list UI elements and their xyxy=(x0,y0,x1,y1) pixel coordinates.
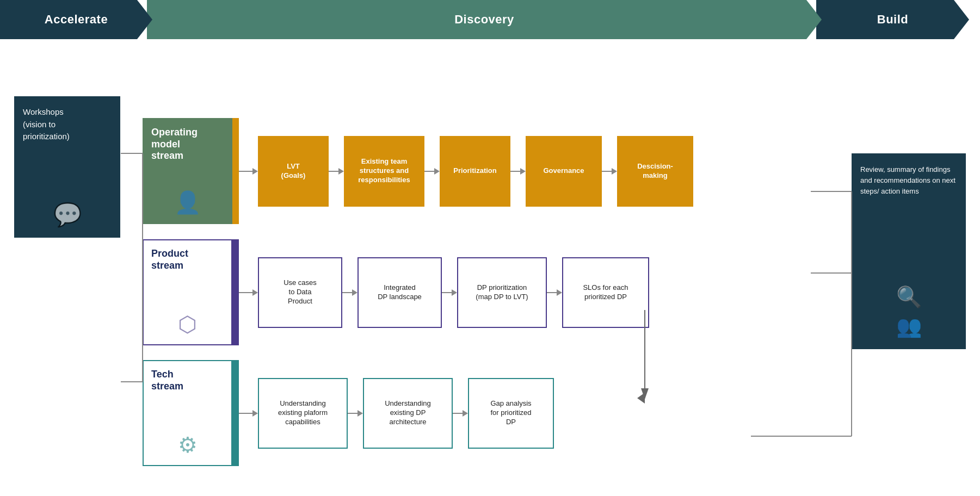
op-arrow-4 xyxy=(602,136,617,207)
discovery-label: Discovery xyxy=(454,13,514,27)
op-arrow-3 xyxy=(510,136,526,207)
discovery-phase: Discovery xyxy=(147,0,822,39)
tech-box-gap: Gap analysisfor prioritizedDP xyxy=(468,378,554,449)
tech-arrow-2 xyxy=(453,378,468,449)
right-people-icon: 👥 xyxy=(896,314,922,338)
tech-box-platform: Understandingexisting plaformcapabilitie… xyxy=(258,378,348,449)
op-box-lvt: LVT(Goals) xyxy=(258,136,329,207)
product-stream-row: Productstream ⬡ Use casesto DataProduct … xyxy=(143,239,649,345)
right-summary-box: Review, summary of findings and recommen… xyxy=(852,153,966,349)
right-summary-label: Review, summary of findings and recommen… xyxy=(860,164,957,197)
op-arrow-2 xyxy=(424,136,440,207)
accelerate-label: Accelerate xyxy=(45,13,108,27)
product-bar xyxy=(232,239,239,345)
op-box-existing-team: Existing teamstructures andresponsibilit… xyxy=(344,136,424,207)
prod-arrow-2 xyxy=(442,257,457,328)
top-banner: Accelerate Discovery Build xyxy=(0,0,980,39)
operating-bar xyxy=(232,118,239,224)
operating-stream-row: Operatingmodelstream 👤 LVT(Goals) Existi… xyxy=(143,118,693,224)
accelerate-phase: Accelerate xyxy=(0,0,152,39)
tech-arrow-1 xyxy=(348,378,363,449)
tech-stream-row: Techstream ⚙ Understandingexisting plafo… xyxy=(143,360,554,466)
tech-label-box: Techstream ⚙ xyxy=(143,360,232,466)
tech-bar xyxy=(232,360,239,466)
prod-box-dp-prio: DP prioritization(map DP to LVT) xyxy=(457,257,547,328)
prod-box-integrated: IntegratedDP landscape xyxy=(358,257,442,328)
workshops-icon: 💬 xyxy=(23,201,112,228)
operating-label-box: Operatingmodelstream 👤 xyxy=(143,118,232,224)
tech-stream-label: Techstream xyxy=(151,369,224,392)
product-arrow xyxy=(239,239,258,345)
op-box-decision: Descision-making xyxy=(617,136,693,207)
tech-arrow xyxy=(239,360,258,466)
op-arrow-1 xyxy=(329,136,344,207)
workshops-label: Workshops(vision toprioritization) xyxy=(23,106,112,143)
prod-arrow-1 xyxy=(342,257,358,328)
op-box-governance: Governance xyxy=(526,136,602,207)
tech-icon: ⚙ xyxy=(151,432,224,457)
prod-box-usecases: Use casesto DataProduct xyxy=(258,257,342,328)
operating-arrow xyxy=(239,118,258,224)
build-label: Build xyxy=(877,13,909,27)
prod-box-slos: SLOs for eachprioritized DP xyxy=(562,257,649,328)
product-stream-label: Productstream xyxy=(151,248,224,271)
product-label-box: Productstream ⬡ xyxy=(143,239,232,345)
build-phase: Build xyxy=(816,0,969,39)
operating-icon: 👤 xyxy=(151,190,224,215)
right-search-icon: 🔍 xyxy=(896,285,922,309)
product-icon: ⬡ xyxy=(151,312,224,337)
prod-arrow-3 xyxy=(547,257,562,328)
workshops-box: Workshops(vision toprioritization) 💬 xyxy=(14,96,120,238)
op-box-prioritization: Prioritization xyxy=(440,136,510,207)
operating-stream-label: Operatingmodelstream xyxy=(151,127,224,162)
tech-box-dp-arch: Understandingexisting DParchitecture xyxy=(363,378,453,449)
